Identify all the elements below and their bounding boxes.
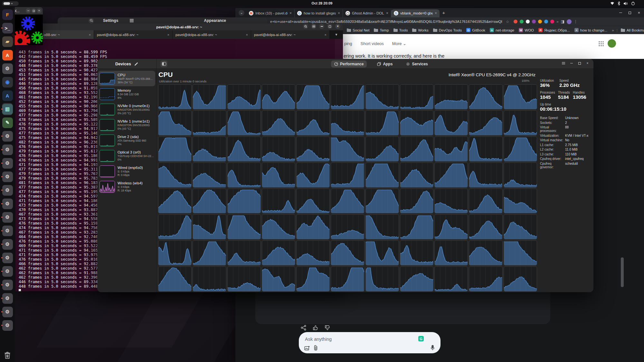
all-bookmarks-button[interactable]: All Bookmarks: [619, 28, 644, 33]
bookmark-item[interactable]: ЯЯндекс.Обра...: [536, 27, 572, 33]
mc-nav-services[interactable]: Services: [403, 60, 431, 68]
device-item-memory[interactable]: Memory9.34 GiB 122 GiB8%: [98, 86, 155, 102]
tab-close-icon[interactable]: ×: [386, 11, 388, 15]
terminal-close-button[interactable]: ×: [335, 24, 340, 29]
glxgears-close-button[interactable]: ×: [37, 8, 42, 13]
new-tab-button[interactable]: +: [440, 10, 448, 15]
tab-close-icon[interactable]: ×: [289, 11, 292, 15]
share-icon[interactable]: [301, 325, 306, 330]
dock-item-terminal[interactable]: >_: [1, 21, 14, 35]
kebab-menu-icon[interactable]: ⋮: [574, 19, 578, 24]
dock-item-gear-8[interactable]: ⚙: [1, 224, 14, 237]
terminal-tab[interactable]: pavel@dolpa-ai-x88-srv: ~×: [251, 30, 330, 39]
dock-item-text-editor[interactable]: ✎: [1, 116, 14, 129]
bookmarks-overflow-icon[interactable]: »: [611, 28, 615, 32]
device-item-cpu[interactable]: CPUIntel® Xeon® CPU E5-269…36% (34 °C): [98, 71, 155, 86]
mc-menu-icon[interactable]: [561, 60, 566, 66]
terminal-titlebar[interactable]: pavel@dolpa-ai-x88-srv: ~ ×: [15, 23, 343, 30]
extension-icon[interactable]: [526, 20, 530, 23]
google-apps-grid-icon[interactable]: [599, 41, 604, 46]
bookmark-item[interactable]: Works: [410, 28, 430, 33]
filter-chip[interactable]: Short videos: [361, 41, 384, 46]
dock-item-gear-13[interactable]: ⚙: [1, 292, 14, 305]
mc-close-button[interactable]: ×: [585, 60, 590, 66]
tab-search-chevron-icon[interactable]: ⌄: [239, 10, 244, 16]
device-item-nvme-1-nvme1n1[interactable]: NVMe 1 (nvme1n1)KINGSTON SNV3S1000G0% (4…: [98, 117, 155, 133]
bookmark-item[interactable]: WWOO: [517, 27, 536, 33]
dock-item-gear-4[interactable]: ⚙: [1, 170, 14, 183]
dock-item-gear-10[interactable]: ⚙: [1, 251, 14, 265]
dock-item-gear-5[interactable]: ⚙: [1, 183, 14, 197]
browser-close-button[interactable]: ×: [638, 10, 640, 15]
bookmark-item[interactable]: ≡how to change...: [573, 27, 609, 33]
attachment-icon[interactable]: [314, 345, 318, 351]
extensions-overflow-icon[interactable]: »: [556, 20, 558, 23]
glxgears-minimize-button[interactable]: [26, 8, 31, 13]
browser-tab[interactable]: MInbox (10) - pavel.dolinin×: [246, 9, 295, 17]
browser-tab[interactable]: ◯Ghost Admin - DOLPA×: [343, 9, 391, 17]
dock-item-files[interactable]: ▰: [1, 35, 14, 48]
extension-icon[interactable]: [514, 20, 517, 23]
bookmark-item[interactable]: Social Net: [345, 28, 371, 33]
filter-chip[interactable]: More ⌄: [392, 41, 406, 46]
dock-item-mission-center[interactable]: ▥: [1, 102, 14, 116]
terminal-tab[interactable]: pavel@dolpa-ai-x88-srv: ~×: [173, 30, 251, 39]
mc-nav-performance[interactable]: Performance: [331, 60, 367, 68]
settings-search-icon[interactable]: [89, 18, 94, 23]
account-avatar[interactable]: [608, 39, 616, 48]
terminal-search-icon[interactable]: [303, 24, 308, 29]
browser-maximize-button[interactable]: [629, 12, 631, 14]
dock-item-gear-15[interactable]: ⚙: [1, 319, 14, 332]
dock-item-app-center[interactable]: A: [1, 48, 14, 62]
glxgears-maximize-button[interactable]: [31, 8, 36, 13]
terminal-menu-icon[interactable]: [311, 24, 316, 29]
settings-menu-icon[interactable]: [130, 19, 134, 22]
dock-item-gear-11[interactable]: ⚙: [1, 265, 14, 278]
dock-item-app-blue-a[interactable]: A: [1, 89, 14, 102]
scrollbar-thumb[interactable]: [621, 257, 624, 287]
device-item-drive-2-sda[interactable]: Drive 2 (sda)ATA Samsung SSD 8600%: [98, 133, 155, 148]
bookmark-item[interactable]: nnet-storage: [488, 27, 516, 33]
mission-center-header[interactable]: Devices PerformanceAppsServices ×: [97, 59, 593, 69]
device-item-wireless-wls4[interactable]: Wireless (wls4)S: 0 KbpsR: 18 Kbps: [98, 179, 155, 194]
tab-close-icon[interactable]: ×: [89, 33, 91, 37]
dock-item-firefox[interactable]: F: [1, 8, 14, 21]
tab-close-icon[interactable]: ×: [167, 33, 169, 37]
dock-item-trash[interactable]: [1, 348, 14, 362]
url-bar[interactable]: e+to+use+all+available+cpus&sca_esv=3afb…: [270, 20, 502, 23]
thumbs-up-icon[interactable]: [313, 325, 318, 330]
dock-item-gear-7[interactable]: ⚙: [1, 210, 14, 224]
dock-item-gear-1[interactable]: ⚙: [1, 129, 14, 143]
clock[interactable]: Oct 28 20:09: [0, 0, 644, 7]
bookmark-item[interactable]: DevOps Tools: [431, 28, 464, 33]
browser-tab[interactable]: Ghow to install glxgears u×: [295, 9, 343, 17]
puzzle-extensions-icon[interactable]: ◨: [561, 19, 564, 24]
extension-icon[interactable]: [550, 20, 554, 23]
mic-icon[interactable]: [431, 345, 435, 351]
edit-pencil-icon[interactable]: [134, 62, 138, 66]
terminal-tab-chevron-icon[interactable]: ▼: [330, 30, 343, 39]
terminal-maximize-button[interactable]: [327, 24, 332, 29]
mc-minimize-button[interactable]: [569, 60, 574, 66]
thumbs-down-icon[interactable]: [325, 325, 330, 330]
dock-item-gear-2[interactable]: ⚙: [1, 143, 14, 156]
bookmark-item[interactable]: Tools: [392, 28, 410, 33]
mc-nav-apps[interactable]: Apps: [374, 60, 396, 68]
sidebar-toggle-icon[interactable]: [160, 60, 167, 67]
device-item-optical-3-sr0[interactable]: Optical 3 (sr0)TSSTcorp CDDVDW SH-22…0%: [98, 148, 155, 163]
dock-item-gear-12[interactable]: ⚙: [1, 278, 14, 292]
extension-icon[interactable]: [520, 20, 524, 23]
tab-close-icon[interactable]: ×: [325, 33, 327, 37]
browser-tab[interactable]: Gvblank_mode=0 glxgears×: [391, 9, 440, 17]
extension-icon[interactable]: [538, 20, 542, 23]
dock-item-gear-3[interactable]: ⚙: [1, 156, 14, 170]
dock-item-chrome[interactable]: ◉: [1, 75, 14, 89]
browser-minimize-button[interactable]: [619, 13, 622, 13]
system-tray[interactable]: [610, 0, 635, 7]
dock-item-gear-9[interactable]: ⚙: [1, 237, 14, 251]
bookmark-star-icon[interactable]: ☆: [506, 19, 509, 24]
grammarly-icon[interactable]: G: [418, 336, 424, 341]
filter-chip[interactable]: ping: [344, 41, 352, 46]
add-image-icon[interactable]: [304, 346, 310, 351]
dock-item-gear-6[interactable]: ⚙: [1, 197, 14, 210]
